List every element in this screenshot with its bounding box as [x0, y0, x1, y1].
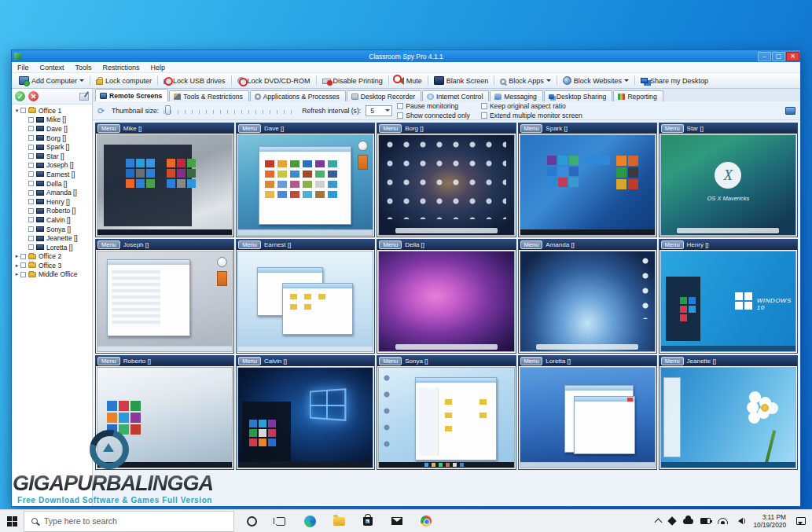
- tree-item-computer[interactable]: Jeanette []: [13, 233, 92, 243]
- tree-item-computer[interactable]: Calvin []: [13, 215, 92, 225]
- checkbox[interactable]: [28, 153, 34, 159]
- tree-item-computer[interactable]: Star []: [13, 152, 92, 161]
- file-explorer-icon[interactable]: [333, 515, 345, 527]
- checkbox[interactable]: [28, 217, 34, 222]
- share-desktop-button[interactable]: Share my Desktop: [637, 76, 712, 86]
- checkbox[interactable]: [20, 272, 26, 277]
- screen-menu-button[interactable]: Menu: [238, 124, 261, 133]
- add-computer-button[interactable]: Add Computer: [15, 75, 88, 86]
- checkbox[interactable]: [28, 199, 34, 204]
- maximize-button[interactable]: ▢: [772, 52, 785, 61]
- lock-usb-button[interactable]: Lock USB drives: [160, 76, 230, 86]
- expand-arrow-icon[interactable]: ▸: [13, 262, 20, 269]
- tab-reporting[interactable]: Reporting: [613, 90, 663, 101]
- action-center-icon[interactable]: [796, 517, 806, 525]
- dropbox-icon[interactable]: [667, 516, 676, 525]
- checkbox[interactable]: [481, 103, 487, 109]
- checkbox[interactable]: [20, 254, 26, 259]
- menu-file[interactable]: File: [12, 64, 35, 72]
- keep-aspect-ratio-checkbox[interactable]: Keep original aspect ratio: [481, 101, 582, 110]
- refresh-icon[interactable]: ⟳: [97, 106, 107, 116]
- block-apps-button[interactable]: Block Apps: [496, 76, 555, 86]
- tree-item-computer[interactable]: Joseph []: [13, 161, 92, 171]
- checkbox[interactable]: [28, 145, 34, 150]
- disable-printing-button[interactable]: Disable Printing: [318, 76, 387, 86]
- screen-menu-button[interactable]: Menu: [520, 357, 543, 365]
- menu-tools[interactable]: Tools: [70, 64, 97, 72]
- tree-item-computer[interactable]: Borg []: [13, 134, 92, 143]
- checkbox[interactable]: [28, 163, 34, 168]
- volume-icon[interactable]: [735, 518, 743, 524]
- lock-computer-button[interactable]: Lock computer: [92, 75, 156, 86]
- tab-tools-restrictions[interactable]: Tools & Restrictions: [169, 90, 248, 101]
- menu-context[interactable]: Context: [35, 64, 70, 72]
- screen-menu-button[interactable]: Menu: [97, 240, 120, 249]
- tree-item-computer[interactable]: Earnest []: [13, 170, 92, 179]
- mail-icon[interactable]: [391, 515, 403, 527]
- screen-menu-button[interactable]: Menu: [97, 357, 120, 365]
- menu-restrictions[interactable]: Restrictions: [97, 64, 145, 72]
- tree-item-computer[interactable]: Amanda []: [13, 188, 92, 197]
- screen-thumbnail[interactable]: [97, 367, 233, 468]
- blank-screen-button[interactable]: Blank Screen: [430, 75, 493, 86]
- screen-thumbnail[interactable]: [97, 134, 233, 236]
- expand-arrow-icon[interactable]: ▸: [13, 253, 20, 259]
- select-all-icon[interactable]: ✓: [15, 91, 25, 101]
- start-button[interactable]: [0, 510, 24, 532]
- screen-thumbnail[interactable]: [660, 367, 796, 468]
- tab-desktop-recorder[interactable]: Desktop Recorder: [347, 90, 421, 101]
- screen-thumbnail[interactable]: [237, 251, 373, 352]
- checkbox[interactable]: [397, 103, 403, 109]
- close-button[interactable]: ✕: [786, 52, 799, 61]
- checkbox[interactable]: [20, 262, 26, 268]
- thumbnail-size-slider[interactable]: [164, 105, 297, 116]
- screen-menu-button[interactable]: Menu: [238, 357, 261, 365]
- wifi-icon[interactable]: [718, 518, 728, 524]
- checkbox[interactable]: [28, 244, 34, 250]
- checkbox[interactable]: [20, 108, 26, 113]
- screen-menu-button[interactable]: Menu: [379, 124, 402, 133]
- screen-menu-button[interactable]: Menu: [238, 240, 261, 249]
- checkbox[interactable]: [28, 126, 34, 131]
- tab-remote-screens[interactable]: Remote Screens: [95, 89, 168, 101]
- tab-internet-control[interactable]: Internet Control: [422, 90, 489, 101]
- slider-thumb[interactable]: [165, 105, 171, 115]
- checkbox[interactable]: [28, 135, 34, 141]
- screen-thumbnail[interactable]: [520, 134, 656, 236]
- checkbox[interactable]: [28, 171, 34, 177]
- expand-arrow-icon[interactable]: ▸: [13, 271, 20, 277]
- store-icon[interactable]: [362, 515, 374, 527]
- checkbox[interactable]: [397, 112, 403, 119]
- checkbox[interactable]: [481, 112, 487, 119]
- tree-item-computer[interactable]: Mike []: [13, 116, 92, 125]
- pause-monitoring-checkbox[interactable]: Pause monitoring: [397, 101, 470, 110]
- menu-help[interactable]: Help: [145, 64, 171, 72]
- screen-thumbnail[interactable]: [378, 367, 514, 468]
- checkbox[interactable]: [28, 117, 34, 123]
- screen-thumbnail[interactable]: [378, 134, 514, 236]
- lock-dvd-button[interactable]: Lock DVD/CD-ROM: [233, 76, 314, 86]
- screen-menu-button[interactable]: Menu: [661, 357, 684, 365]
- tree-group-office1[interactable]: ▾ Office 1: [13, 106, 92, 116]
- refresh-interval-select[interactable]: 5: [366, 105, 392, 116]
- screen-menu-button[interactable]: Menu: [379, 357, 402, 365]
- onedrive-icon[interactable]: [683, 519, 693, 524]
- tab-messaging[interactable]: Messaging: [490, 90, 543, 101]
- tree-item-computer[interactable]: Sonya []: [13, 225, 92, 234]
- tree-group-office2[interactable]: ▸ Office 2: [13, 252, 92, 262]
- edge-icon[interactable]: [303, 515, 316, 527]
- task-view-icon[interactable]: [274, 515, 287, 527]
- block-websites-button[interactable]: Block Websites: [559, 75, 633, 86]
- screen-thumbnail[interactable]: [237, 367, 373, 468]
- edit-icon[interactable]: [79, 93, 89, 101]
- minimize-button[interactable]: –: [758, 52, 771, 61]
- search-input[interactable]: Type here to search: [24, 511, 234, 532]
- show-connected-only-checkbox[interactable]: Show connected only: [397, 111, 470, 119]
- screen-thumbnail[interactable]: [237, 134, 373, 236]
- tree-item-computer[interactable]: Roberto []: [13, 207, 92, 216]
- chrome-icon[interactable]: [420, 515, 432, 527]
- tree-group-office3[interactable]: ▸ Office 3: [13, 261, 92, 270]
- screen-thumbnail[interactable]: WINDOWS 10: [660, 251, 796, 352]
- screen-menu-button[interactable]: Menu: [379, 240, 402, 249]
- checkbox[interactable]: [28, 226, 34, 232]
